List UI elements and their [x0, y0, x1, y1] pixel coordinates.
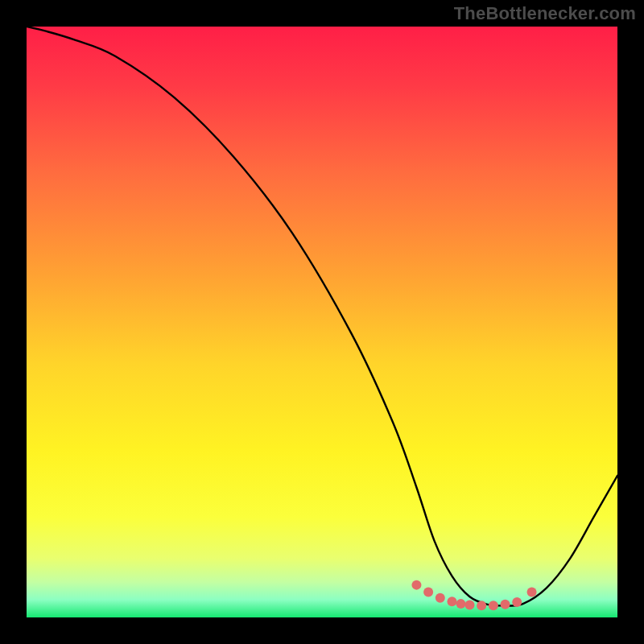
gradient-background — [27, 27, 617, 617]
watermark-text: TheBottlenecker.com — [454, 3, 636, 24]
minimum-marker — [447, 597, 456, 606]
chart-frame: TheBottlenecker.com — [0, 0, 644, 644]
minimum-marker — [527, 587, 537, 597]
minimum-marker — [456, 599, 465, 609]
minimum-marker — [477, 601, 486, 610]
bottleneck-chart — [27, 27, 617, 617]
minimum-marker — [489, 601, 498, 610]
minimum-marker — [465, 601, 475, 610]
minimum-marker — [423, 587, 433, 597]
minimum-marker — [436, 593, 445, 603]
minimum-marker — [501, 600, 510, 609]
minimum-marker — [411, 580, 421, 590]
plot-area — [27, 27, 617, 617]
minimum-marker — [512, 597, 522, 607]
